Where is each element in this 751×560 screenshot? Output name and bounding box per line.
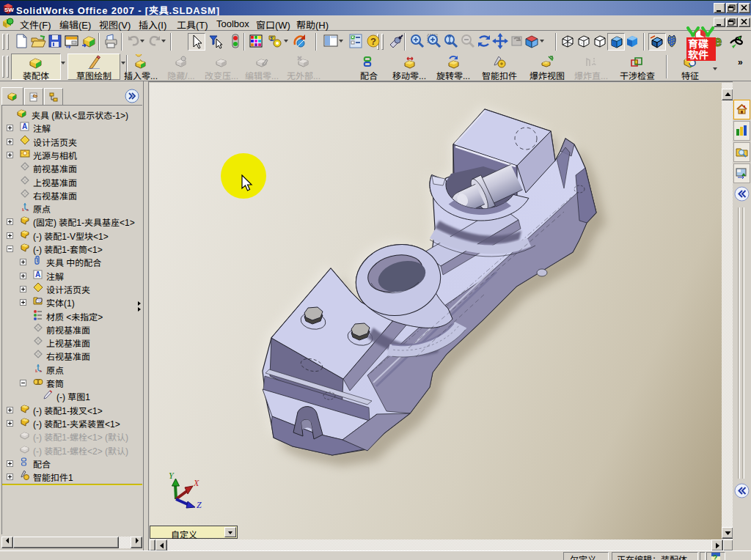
svg-text:A: A [35, 270, 40, 279]
svg-text:软件: 软件 [688, 47, 708, 62]
svg-text:?: ? [370, 36, 376, 47]
svg-text:A: A [22, 122, 27, 130]
svg-text:Σ: Σ [270, 35, 274, 43]
svg-text:SW: SW [4, 7, 14, 13]
svg-text:?: ? [713, 554, 717, 560]
svg-text:X: X [193, 478, 199, 488]
svg-text:Y: Y [169, 471, 175, 481]
svg-text:Z: Z [197, 500, 202, 510]
